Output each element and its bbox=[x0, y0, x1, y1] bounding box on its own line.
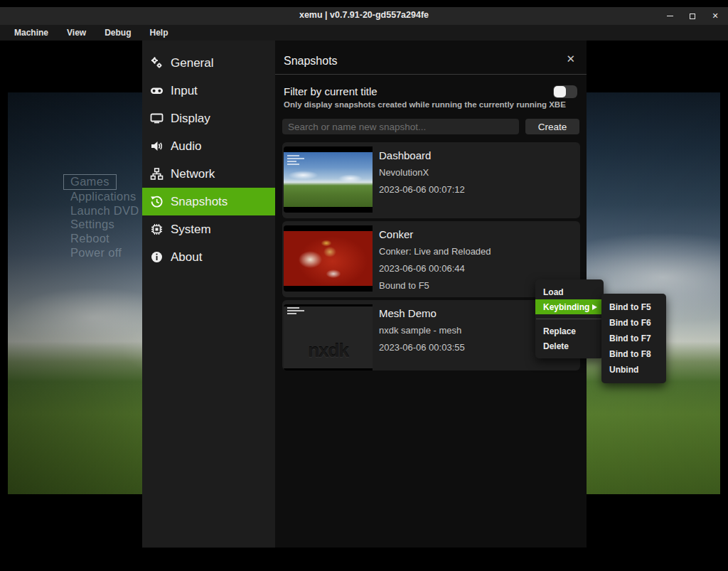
dashboard-menu: Games Applications Launch DVD Settings R… bbox=[70, 174, 139, 260]
history-icon bbox=[150, 195, 164, 208]
settings-sidebar: General Input Display Audio Network bbox=[142, 41, 275, 548]
submenu-bind-f7[interactable]: Bind to F7 bbox=[601, 331, 666, 346]
context-menu-keybinding[interactable]: Keybinding bbox=[535, 299, 604, 314]
minimize-icon bbox=[667, 16, 673, 17]
title-bar[interactable]: xemu | v0.7.91-20-gd557a294fe ✕ bbox=[0, 7, 728, 25]
submenu-arrow-icon bbox=[592, 304, 597, 310]
maximize-button[interactable] bbox=[687, 11, 698, 22]
sidebar-item-snapshots[interactable]: Snapshots bbox=[142, 188, 275, 215]
sidebar-item-network[interactable]: Network bbox=[142, 160, 275, 188]
keybinding-submenu: Bind to F5 Bind to F6 Bind to F7 Bind to… bbox=[601, 294, 666, 383]
menu-help[interactable]: Help bbox=[150, 28, 168, 38]
snapshot-title: Mesh Demo bbox=[379, 307, 465, 319]
snapshot-timestamp: 2023-06-06 00:07:12 bbox=[379, 184, 465, 195]
sidebar-item-general[interactable]: General bbox=[142, 49, 275, 77]
filter-by-title-label: Filter by current title bbox=[284, 85, 378, 97]
snapshot-thumbnail: nxdk bbox=[284, 304, 373, 370]
menu-bar: Machine View Debug Help bbox=[0, 25, 728, 41]
xemu-window: xemu | v0.7.91-20-gd557a294fe ✕ Machine … bbox=[0, 0, 728, 571]
dashboard-item-power-off: Power off bbox=[70, 246, 139, 260]
sidebar-item-label: About bbox=[171, 250, 202, 265]
snapshot-thumbnail bbox=[284, 146, 373, 213]
nxdk-logo-text: nxdk bbox=[284, 340, 373, 362]
sidebar-item-label: Input bbox=[171, 84, 198, 98]
thumbnail-overlay-text bbox=[287, 155, 304, 166]
sidebar-item-label: General bbox=[171, 56, 213, 70]
snapshot-binding: Bound to F5 bbox=[379, 280, 491, 291]
menu-debug[interactable]: Debug bbox=[105, 28, 131, 38]
gears-icon bbox=[150, 56, 164, 70]
speaker-icon bbox=[150, 139, 164, 153]
snapshot-game: NevolutionX bbox=[379, 167, 465, 178]
filter-toggle[interactable] bbox=[553, 85, 577, 98]
snapshot-timestamp: 2023-06-06 00:06:44 bbox=[379, 263, 491, 274]
menu-view[interactable]: View bbox=[67, 28, 86, 38]
sidebar-item-system[interactable]: System bbox=[142, 215, 275, 243]
context-menu-load[interactable]: Load bbox=[535, 284, 604, 299]
submenu-bind-f5[interactable]: Bind to F5 bbox=[601, 299, 666, 315]
snapshot-search-input[interactable] bbox=[282, 119, 519, 134]
panel-close-icon[interactable]: ✕ bbox=[566, 53, 575, 65]
gamepad-icon bbox=[150, 84, 164, 97]
panel-header: Snapshots ✕ bbox=[275, 41, 587, 75]
dashboard-item-games: Games bbox=[63, 174, 117, 190]
sidebar-item-input[interactable]: Input bbox=[142, 77, 275, 105]
close-button[interactable]: ✕ bbox=[710, 11, 721, 22]
context-menu-delete[interactable]: Delete bbox=[535, 338, 604, 353]
snapshot-game: Conker: Live and Reloaded bbox=[379, 246, 491, 257]
dashboard-item-settings: Settings bbox=[70, 218, 139, 232]
context-menu-replace[interactable]: Replace bbox=[535, 324, 604, 338]
thumbnail-overlay-text bbox=[287, 307, 304, 316]
sidebar-item-about[interactable]: About bbox=[142, 243, 275, 271]
panel-title: Snapshots bbox=[284, 55, 338, 68]
menu-machine[interactable]: Machine bbox=[14, 28, 48, 38]
dashboard-item-reboot: Reboot bbox=[70, 232, 139, 246]
chip-icon bbox=[150, 223, 164, 236]
snapshot-timestamp: 2023-06-06 00:03:55 bbox=[379, 342, 465, 353]
submenu-bind-f6[interactable]: Bind to F6 bbox=[601, 315, 666, 331]
filter-description: Only display snapshots created while run… bbox=[284, 100, 566, 109]
snapshot-title: Conker bbox=[379, 228, 491, 240]
sidebar-item-label: Audio bbox=[171, 139, 201, 154]
snapshot-game: nxdk sample - mesh bbox=[379, 325, 465, 336]
snapshot-context-menu: Load Keybinding Replace Delete bbox=[535, 279, 604, 358]
sidebar-item-audio[interactable]: Audio bbox=[142, 132, 275, 160]
snapshot-row-dashboard[interactable]: Dashboard NevolutionX 2023-06-06 00:07:1… bbox=[282, 142, 580, 218]
minimize-button[interactable] bbox=[664, 11, 675, 22]
toggle-knob bbox=[554, 86, 566, 97]
monitor-icon bbox=[150, 112, 164, 125]
snapshot-title: Dashboard bbox=[379, 149, 465, 161]
create-snapshot-button[interactable]: Create bbox=[525, 119, 579, 134]
sidebar-item-display[interactable]: Display bbox=[142, 105, 275, 132]
keybinding-label: Keybinding bbox=[543, 302, 589, 312]
snapshot-thumbnail bbox=[284, 225, 373, 292]
dashboard-item-applications: Applications bbox=[70, 190, 139, 204]
window-title: xemu | v0.7.91-20-gd557a294fe bbox=[0, 10, 728, 20]
info-icon bbox=[150, 250, 164, 264]
sidebar-item-label: Network bbox=[171, 167, 215, 181]
submenu-unbind[interactable]: Unbind bbox=[601, 362, 666, 378]
sidebar-item-label: System bbox=[171, 223, 211, 237]
context-menu-separator bbox=[536, 319, 603, 319]
sidebar-item-label: Display bbox=[171, 112, 210, 126]
maximize-icon bbox=[690, 14, 695, 19]
dashboard-item-launch-dvd: Launch DVD bbox=[70, 204, 139, 218]
network-icon bbox=[150, 167, 164, 181]
sidebar-item-label: Snapshots bbox=[171, 195, 228, 209]
submenu-bind-f8[interactable]: Bind to F8 bbox=[601, 346, 666, 362]
